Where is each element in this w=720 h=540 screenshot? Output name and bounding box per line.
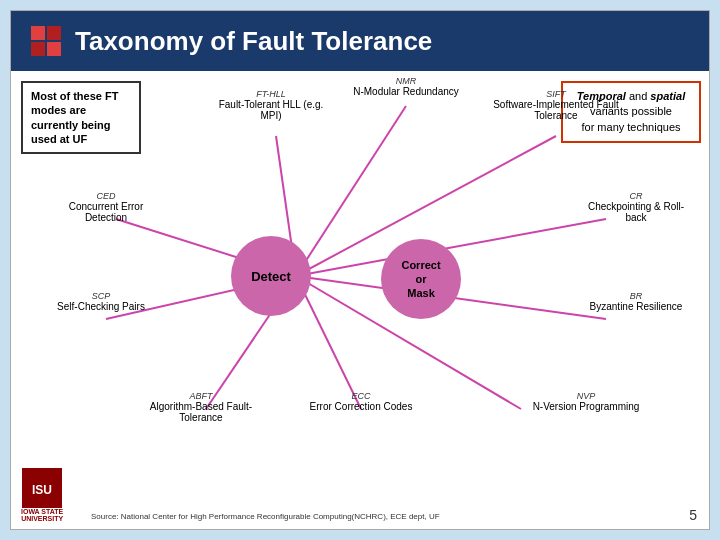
scp-title: Self-Checking Pairs xyxy=(41,301,161,312)
or-label: or xyxy=(416,273,427,285)
detect-circle: Detect xyxy=(231,236,311,316)
br-label: BR xyxy=(581,291,691,301)
mask-label: Mask xyxy=(407,287,435,299)
title-bar: Taxonomy of Fault Tolerance xyxy=(11,11,709,71)
node-fthll: FT-HLL Fault-Tolerant HLL (e.g. MPI) xyxy=(216,89,326,121)
slide: Taxonomy of Fault Tolerance xyxy=(10,10,710,530)
sift-title: Software-Implemented Fault Tolerance xyxy=(491,99,621,121)
node-sift: SIFT Software-Implemented Fault Toleranc… xyxy=(491,89,621,121)
node-nvp: NVP N-Version Programming xyxy=(531,391,641,412)
detect-label: Detect xyxy=(251,269,291,284)
scp-label: SCP xyxy=(41,291,161,301)
ced-title: Concurrent Error Detection xyxy=(51,201,161,223)
slide-title: Taxonomy of Fault Tolerance xyxy=(75,26,432,57)
fthll-label: FT-HLL xyxy=(216,89,326,99)
nvp-title: N-Version Programming xyxy=(531,401,641,412)
content-area: Most of these FT modes are currently bei… xyxy=(11,71,710,530)
correct-mask-circle: Correct or Mask xyxy=(381,239,461,319)
nvp-label: NVP xyxy=(531,391,641,401)
node-ced: CED Concurrent Error Detection xyxy=(51,191,161,223)
fthll-title: Fault-Tolerant HLL (e.g. MPI) xyxy=(216,99,326,121)
ft-modes-text: Most of these FT modes are currently bei… xyxy=(31,90,118,145)
node-scp: SCP Self-Checking Pairs xyxy=(41,291,161,312)
nmr-title: N-Modular Redundancy xyxy=(351,86,461,97)
ecc-label: ECC xyxy=(306,391,416,401)
sift-label: SIFT xyxy=(491,89,621,99)
cr-title: Checkpointing & Roll-back xyxy=(581,201,691,223)
abft-title: Algorithm-Based Fault-Tolerance xyxy=(141,401,261,423)
abft-label: ABFT xyxy=(141,391,261,401)
svg-line-1 xyxy=(296,106,406,276)
node-cr: CR Checkpointing & Roll-back xyxy=(581,191,691,223)
ecc-title: Error Correction Codes xyxy=(306,401,416,412)
node-br: BR Byzantine Resilience xyxy=(581,291,691,312)
correct-label: Correct xyxy=(401,259,440,271)
nmr-label: NMR xyxy=(351,76,461,86)
node-ecc: ECC Error Correction Codes xyxy=(306,391,416,412)
br-title: Byzantine Resilience xyxy=(581,301,691,312)
ft-modes-box: Most of these FT modes are currently bei… xyxy=(21,81,141,154)
node-abft: ABFT Algorithm-Based Fault-Tolerance xyxy=(141,391,261,423)
cr-label: CR xyxy=(581,191,691,201)
ced-label: CED xyxy=(51,191,161,201)
node-nmr: NMR N-Modular Redundancy xyxy=(351,76,461,97)
title-icon xyxy=(31,26,61,56)
